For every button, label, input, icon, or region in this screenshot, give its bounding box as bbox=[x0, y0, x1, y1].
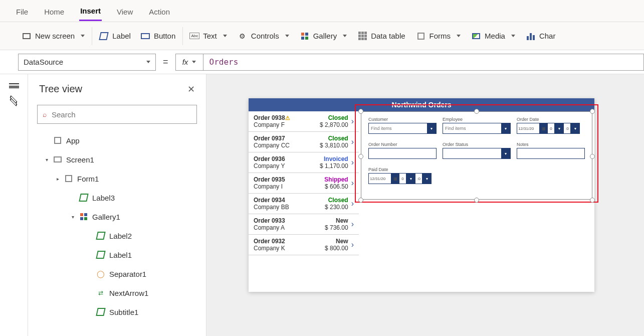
insert-controls-label: Controls bbox=[251, 32, 279, 40]
property-name: DataSource bbox=[24, 58, 63, 66]
insert-gallery-button[interactable]: Gallery bbox=[300, 32, 347, 41]
dropdown[interactable]: ▾ bbox=[443, 148, 511, 159]
form-field-employee: EmployeeFind items▾ bbox=[440, 116, 514, 141]
fx-button[interactable]: fx bbox=[175, 54, 203, 71]
node-icon: ◯ bbox=[96, 269, 105, 278]
dropdown[interactable]: Find items▾ bbox=[443, 123, 511, 134]
tab-home[interactable]: Home bbox=[43, 2, 65, 21]
formula-input[interactable]: Orders bbox=[203, 54, 644, 71]
resize-handle[interactable] bbox=[590, 154, 595, 159]
insert-controls-button[interactable]: ⚙ Controls bbox=[238, 32, 289, 41]
date-picker[interactable]: 12/31/20▦ 0▾ :0▾ bbox=[368, 173, 437, 184]
resize-handle[interactable] bbox=[358, 154, 363, 159]
chevron-right-icon: › bbox=[348, 240, 354, 249]
search-input[interactable] bbox=[51, 110, 191, 119]
gallery-control[interactable]: Order 0938⚠Closed Company F$ 2,870.00 › … bbox=[249, 111, 359, 292]
tree-item-label2[interactable]: Label2 bbox=[35, 226, 206, 245]
chevron-right-icon: › bbox=[348, 137, 354, 146]
node-icon bbox=[96, 250, 105, 259]
app-stage: Northwind Orders Order 0938⚠Closed Compa… bbox=[249, 98, 594, 292]
form-field-notes: Notes bbox=[514, 141, 588, 166]
resize-handle[interactable] bbox=[358, 198, 363, 203]
date-picker[interactable]: 12/31/20▦ 0▾ :0▾ bbox=[517, 123, 585, 134]
search-icon: ⌕ bbox=[43, 110, 47, 118]
insert-forms-button[interactable]: Forms bbox=[416, 32, 461, 41]
tree-item-nextarrow1[interactable]: ⇄NextArrow1 bbox=[35, 283, 206, 302]
insert-media-label: Media bbox=[485, 32, 505, 40]
calendar-icon: ▦ bbox=[391, 173, 399, 184]
field-label: Order Number bbox=[368, 142, 437, 147]
tab-file[interactable]: File bbox=[15, 2, 29, 21]
insert-chart-label: Char bbox=[539, 32, 556, 40]
insert-media-button[interactable]: Media bbox=[472, 32, 515, 41]
tree-item-app[interactable]: App bbox=[35, 131, 206, 150]
search-box[interactable]: ⌕ bbox=[37, 105, 197, 124]
chevron-down-icon bbox=[457, 35, 461, 37]
tree-item-screen1[interactable]: ▾Screen1 bbox=[35, 150, 206, 169]
tree-item-label: App bbox=[66, 136, 80, 145]
gallery-row[interactable]: Order 0937Closed Company CC$ 3,810.00 › bbox=[249, 132, 359, 152]
insert-datatable-button[interactable]: Data table bbox=[358, 32, 405, 41]
tree-item-label1[interactable]: Label1 bbox=[35, 245, 206, 264]
gallery-row[interactable]: Order 0932New Company K$ 800.00 › bbox=[249, 235, 359, 255]
tree-item-separator1[interactable]: ◯Separator1 bbox=[35, 264, 206, 283]
resize-handle[interactable] bbox=[474, 198, 479, 203]
chevron-down-icon: ▾ bbox=[427, 123, 436, 133]
chevron-right-icon: › bbox=[348, 220, 354, 229]
chevron-right-icon: › bbox=[348, 199, 354, 208]
layers-icon[interactable] bbox=[9, 97, 19, 105]
tree-item-form1[interactable]: ▸Form1 bbox=[35, 169, 206, 188]
caret-icon: ▾ bbox=[70, 214, 75, 220]
resize-handle[interactable] bbox=[474, 109, 479, 114]
hamburger-icon[interactable] bbox=[9, 83, 19, 88]
tree-view-title: Tree view bbox=[39, 83, 82, 95]
close-icon[interactable]: ✕ bbox=[187, 84, 195, 95]
chevron-down-icon: ▾ bbox=[406, 173, 415, 184]
insert-text-button[interactable]: Abc Text bbox=[190, 32, 227, 41]
tab-action[interactable]: Action bbox=[148, 2, 171, 21]
insert-button-text: Button bbox=[154, 32, 175, 40]
app-title-bar: Northwind Orders bbox=[249, 98, 594, 111]
node-icon bbox=[64, 174, 73, 183]
tree-item-label: Form1 bbox=[77, 175, 99, 183]
node-icon bbox=[79, 193, 88, 202]
insert-chart-button[interactable]: Char bbox=[526, 32, 556, 41]
dropdown[interactable]: Find items▾ bbox=[368, 123, 437, 134]
text-input[interactable] bbox=[368, 148, 437, 159]
property-dropdown[interactable]: DataSource bbox=[18, 54, 156, 71]
insert-label-button[interactable]: Label bbox=[99, 32, 131, 41]
insert-label-text: Label bbox=[112, 32, 131, 40]
tree-list: App▾Screen1▸Form1Label3▾Gallery1Label2La… bbox=[28, 131, 206, 321]
tree-item-label: Screen1 bbox=[66, 155, 94, 164]
chevron-down-icon: ▾ bbox=[501, 148, 510, 158]
chevron-down-icon: ▾ bbox=[501, 123, 510, 133]
canvas-area[interactable]: Northwind Orders Order 0938⚠Closed Compa… bbox=[206, 74, 644, 336]
tree-item-gallery1[interactable]: ▾Gallery1 bbox=[35, 207, 206, 226]
field-label: Order Status bbox=[443, 142, 511, 147]
insert-button-button[interactable]: Button bbox=[141, 32, 175, 41]
tree-item-label3[interactable]: Label3 bbox=[35, 188, 206, 207]
calendar-icon: ▦ bbox=[540, 123, 548, 134]
tree-item-label: Subtitle1 bbox=[109, 308, 138, 316]
text-input[interactable] bbox=[517, 148, 585, 159]
form-control[interactable]: CustomerFind items▾EmployeeFind items▾Or… bbox=[361, 111, 592, 200]
node-icon bbox=[96, 231, 105, 240]
gallery-row[interactable]: Order 0934Closed Company BB$ 230.00 › bbox=[249, 194, 359, 214]
button-icon bbox=[141, 32, 150, 41]
tab-insert[interactable]: Insert bbox=[79, 1, 102, 21]
fx-label: fx bbox=[182, 58, 188, 66]
gallery-row[interactable]: Order 0938⚠Closed Company F$ 2,870.00 › bbox=[249, 111, 359, 132]
caret-icon: ▸ bbox=[55, 176, 60, 182]
tree-item-label: Separator1 bbox=[109, 270, 146, 278]
form-field-paid-date: Paid Date 12/31/20▦ 0▾ :0▾ bbox=[365, 166, 440, 191]
new-screen-button[interactable]: New screen bbox=[22, 32, 85, 41]
resize-handle[interactable] bbox=[590, 109, 595, 114]
gallery-row[interactable]: Order 0933New Company A$ 736.00 › bbox=[249, 214, 359, 235]
resize-handle[interactable] bbox=[590, 198, 595, 203]
tree-item-subtitle1[interactable]: Subtitle1 bbox=[35, 302, 206, 321]
node-icon bbox=[96, 307, 105, 316]
gallery-row[interactable]: Order 0936Invoiced Company Y$ 1,170.00 › bbox=[249, 152, 359, 173]
resize-handle[interactable] bbox=[358, 109, 363, 114]
tab-view[interactable]: View bbox=[116, 2, 134, 21]
gallery-row[interactable]: Order 0935Shipped Company I$ 606.50 › bbox=[249, 173, 359, 194]
